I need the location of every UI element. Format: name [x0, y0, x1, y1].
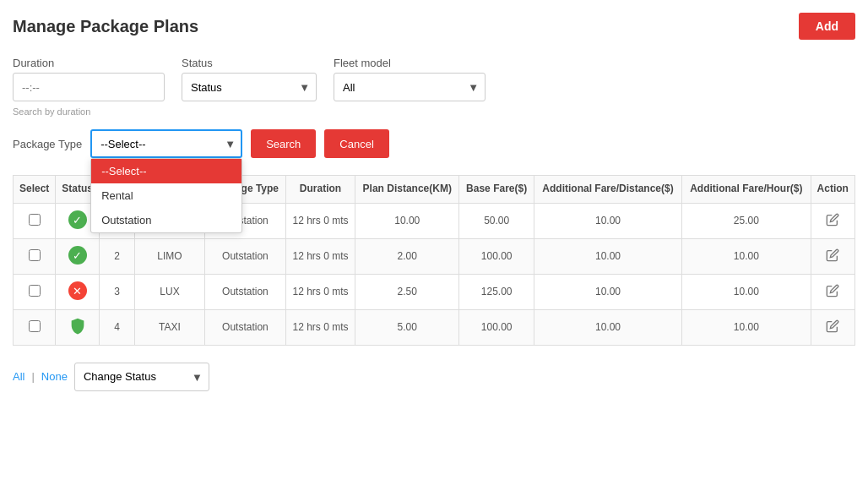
table-cell: 10.00: [534, 203, 681, 238]
table-cell: 12 hrs 0 mts: [285, 238, 355, 274]
duration-input[interactable]: [13, 73, 165, 101]
table-cell: 50.00: [459, 203, 534, 238]
dropdown-item-select[interactable]: --Select--: [91, 159, 241, 183]
table-cell: Outstation: [204, 309, 285, 345]
table-cell: LUX: [135, 274, 205, 309]
edit-icon[interactable]: [826, 250, 839, 265]
col-add-fare-dist: Additional Fare/Distance($): [534, 176, 681, 204]
status-label: Status: [182, 57, 317, 69]
table-cell: 2.50: [355, 274, 459, 309]
dropdown-item-rental[interactable]: Rental: [91, 183, 241, 208]
row-checkbox[interactable]: [29, 285, 41, 297]
edit-icon[interactable]: [826, 286, 839, 300]
page-header: Manage Package Plans Add: [13, 13, 855, 40]
package-type-dropdown: --Select-- Rental Outstation: [90, 158, 242, 233]
status-shield-icon: [68, 317, 87, 336]
table-cell: 12 hrs 0 mts: [285, 203, 355, 238]
page-title: Manage Package Plans: [13, 17, 198, 36]
footer-divider: |: [31, 370, 34, 383]
table-cell: 25.00: [682, 203, 811, 238]
fleet-select-wrapper: All TAXI LIMO LUX ▼: [334, 73, 486, 101]
row-checkbox[interactable]: [29, 214, 41, 226]
table-cell: 3: [100, 274, 135, 309]
col-base-fare: Base Fare($): [459, 176, 534, 204]
table-cell: 100.00: [459, 309, 534, 345]
table-cell: 12 hrs 0 mts: [285, 274, 355, 309]
status-select-wrapper: Status Active Inactive ▼: [182, 73, 317, 101]
filter-row-1: Duration Search by duration Status Statu…: [13, 57, 855, 117]
page-container: Manage Package Plans Add Duration Search…: [0, 0, 868, 491]
table-cell: 12 hrs 0 mts: [285, 309, 355, 345]
status-filter-group: Status Status Active Inactive ▼: [182, 57, 317, 101]
edit-icon[interactable]: [826, 215, 839, 229]
status-active-icon: [68, 210, 87, 229]
package-type-label: Package Type: [13, 138, 82, 150]
edit-icon[interactable]: [826, 321, 839, 336]
table-cell: Outstation: [204, 274, 285, 309]
table-cell: 10.00: [682, 274, 811, 309]
duration-filter-group: Duration Search by duration: [13, 57, 165, 117]
fleet-select[interactable]: All TAXI LIMO LUX: [334, 73, 486, 101]
table-row: 4TAXIOutstation12 hrs 0 mts5.00100.0010.…: [14, 309, 855, 345]
table-cell: 125.00: [459, 274, 534, 309]
table-cell: 10.00: [682, 238, 811, 274]
table-row: 3LUXOutstation12 hrs 0 mts2.50125.0010.0…: [14, 274, 855, 309]
select-all-link[interactable]: All: [13, 370, 24, 383]
fleet-label: Fleet model: [334, 57, 486, 69]
status-select[interactable]: Status Active Inactive: [182, 73, 317, 101]
filter-row-2: Package Type --Select-- Rental Outstatio…: [13, 129, 855, 158]
status-inactive-icon: [68, 281, 87, 300]
cancel-button[interactable]: Cancel: [324, 129, 388, 158]
table-cell: LIMO: [135, 238, 205, 274]
duration-label: Duration: [13, 57, 165, 69]
table-cell: Outstation: [204, 238, 285, 274]
table-cell: 2.00: [355, 238, 459, 274]
fleet-filter-group: Fleet model All TAXI LIMO LUX ▼: [334, 57, 486, 101]
table-cell: 5.00: [355, 309, 459, 345]
add-button[interactable]: Add: [799, 13, 855, 40]
change-status-wrapper: Change Status Active Inactive ▼: [74, 363, 209, 391]
col-plan-dist: Plan Distance(KM): [355, 176, 459, 204]
table-cell: 100.00: [459, 238, 534, 274]
col-duration: Duration: [285, 176, 355, 204]
table-cell: 10.00: [534, 309, 681, 345]
duration-hint: Search by duration: [13, 106, 165, 117]
table-cell: 10.00: [355, 203, 459, 238]
table-cell: 10.00: [534, 274, 681, 309]
footer-bar: All | None Change Status Active Inactive…: [13, 363, 855, 391]
table-cell: 10.00: [682, 309, 811, 345]
row-checkbox[interactable]: [29, 320, 41, 332]
table-row: 2LIMOOutstation12 hrs 0 mts2.00100.0010.…: [14, 238, 855, 274]
table-cell: 4: [100, 309, 135, 345]
table-cell: 2: [100, 238, 135, 274]
package-type-select[interactable]: --Select-- Rental Outstation: [90, 129, 242, 158]
search-button[interactable]: Search: [251, 129, 316, 158]
status-active-icon: [68, 246, 87, 265]
table-cell: TAXI: [135, 309, 205, 345]
select-none-link[interactable]: None: [41, 370, 68, 383]
package-type-select-wrapper: --Select-- Rental Outstation ▼ --Select-…: [90, 129, 242, 158]
row-checkbox[interactable]: [29, 249, 41, 261]
change-status-select[interactable]: Change Status Active Inactive: [74, 363, 209, 391]
dropdown-item-outstation[interactable]: Outstation: [91, 208, 241, 232]
col-add-fare-hour: Additional Fare/Hour($): [682, 176, 811, 204]
table-cell: 10.00: [534, 238, 681, 274]
col-select: Select: [14, 176, 56, 204]
col-action: Action: [811, 176, 855, 204]
